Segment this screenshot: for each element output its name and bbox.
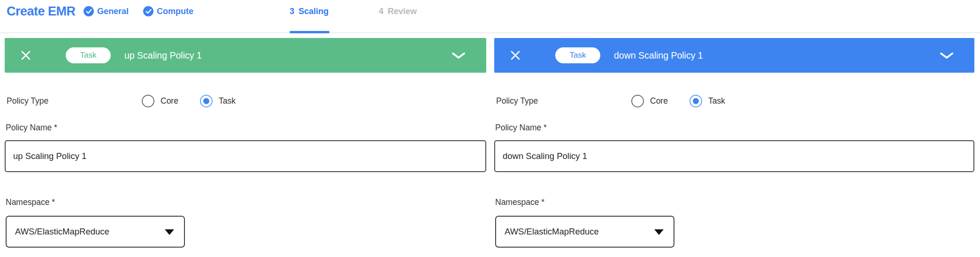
step-compute[interactable]: Compute [143, 0, 193, 23]
namespace-label: Namespace * [6, 197, 55, 207]
caret-down-icon [654, 229, 664, 235]
policy-type-badge: Task [555, 47, 600, 63]
namespace-select-value: AWS/ElasticMapReduce [505, 227, 599, 237]
policy-title: down Scaling Policy 1 [614, 50, 703, 61]
namespace-select[interactable]: AWS/ElasticMapReduce [6, 216, 185, 248]
scaling-policy-panel-up: Task up Scaling Policy 1 Policy Type Cor… [5, 38, 486, 248]
radio-core[interactable]: Core [142, 95, 178, 107]
close-icon[interactable] [510, 50, 521, 60]
radio-label: Task [219, 96, 236, 106]
policy-type-label: Policy Type [7, 96, 48, 106]
policy-title: up Scaling Policy 1 [124, 50, 202, 61]
policy-type-radio-group: Core Task [142, 94, 257, 108]
policy-header-bar[interactable]: Task up Scaling Policy 1 [5, 38, 486, 73]
radio-core[interactable]: Core [631, 95, 668, 107]
policy-type-label: Policy Type [496, 96, 538, 106]
wizard-header: Create EMR General Compute 3 Scaling 4 R… [0, 0, 980, 33]
step-scaling[interactable]: 3 Scaling [290, 0, 329, 23]
step-general[interactable]: General [84, 0, 129, 23]
policy-type-radio-group: Core Task [631, 94, 747, 108]
chevron-down-icon[interactable] [940, 52, 954, 59]
scaling-policy-panel-down: Task down Scaling Policy 1 Policy Type C… [494, 38, 974, 248]
namespace-select-value: AWS/ElasticMapReduce [15, 227, 109, 237]
caret-down-icon [165, 229, 174, 235]
policy-header-bar[interactable]: Task down Scaling Policy 1 [494, 38, 974, 73]
radio-selected-icon [200, 95, 213, 107]
step-review[interactable]: 4 Review [379, 0, 417, 23]
check-circle-icon [84, 6, 94, 16]
radio-label: Task [708, 96, 725, 106]
policy-name-input[interactable] [5, 140, 486, 172]
radio-circle-icon [142, 95, 154, 107]
policy-type-badge: Task [66, 47, 111, 63]
radio-circle-icon [631, 95, 644, 107]
namespace-label: Namespace * [495, 197, 544, 207]
radio-label: Core [650, 96, 668, 106]
radio-label: Core [161, 96, 178, 106]
policy-name-input[interactable] [494, 140, 974, 172]
namespace-select[interactable]: AWS/ElasticMapReduce [495, 216, 674, 248]
policy-name-label: Policy Name * [6, 123, 57, 133]
step-label: Scaling [299, 7, 329, 16]
policy-type-row: Policy Type Core Task [495, 94, 974, 108]
radio-selected-icon [689, 95, 702, 107]
page-title: Create EMR [7, 0, 76, 23]
chevron-down-icon[interactable] [452, 52, 466, 59]
close-icon[interactable] [21, 50, 31, 60]
step-label: Compute [157, 7, 193, 16]
step-number: 4 [379, 7, 383, 16]
policy-type-row: Policy Type Core Task [6, 94, 486, 108]
step-number: 3 [290, 7, 294, 16]
check-circle-icon [143, 6, 153, 16]
active-step-underline [290, 31, 329, 33]
step-label: General [97, 7, 129, 16]
policy-name-label: Policy Name * [495, 123, 547, 133]
step-label: Review [388, 7, 417, 16]
create-emr-screen: Create EMR General Compute 3 Scaling 4 R… [0, 0, 980, 257]
radio-task[interactable]: Task [689, 95, 725, 107]
radio-task[interactable]: Task [200, 95, 236, 107]
